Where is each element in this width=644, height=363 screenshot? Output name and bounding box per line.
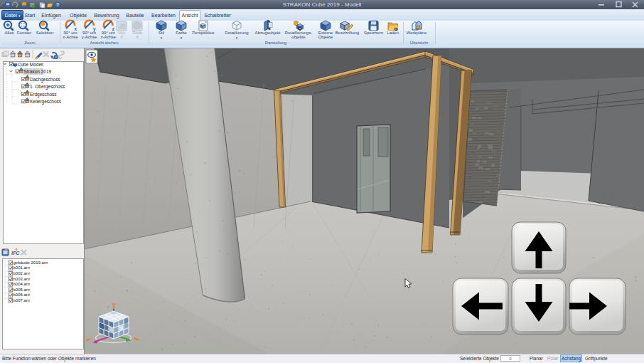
svg-text:y: y	[93, 26, 96, 32]
svg-text:IFC: IFC	[11, 251, 20, 256]
svg-text:z: z	[112, 26, 115, 31]
svg-text:x: x	[75, 26, 77, 31]
